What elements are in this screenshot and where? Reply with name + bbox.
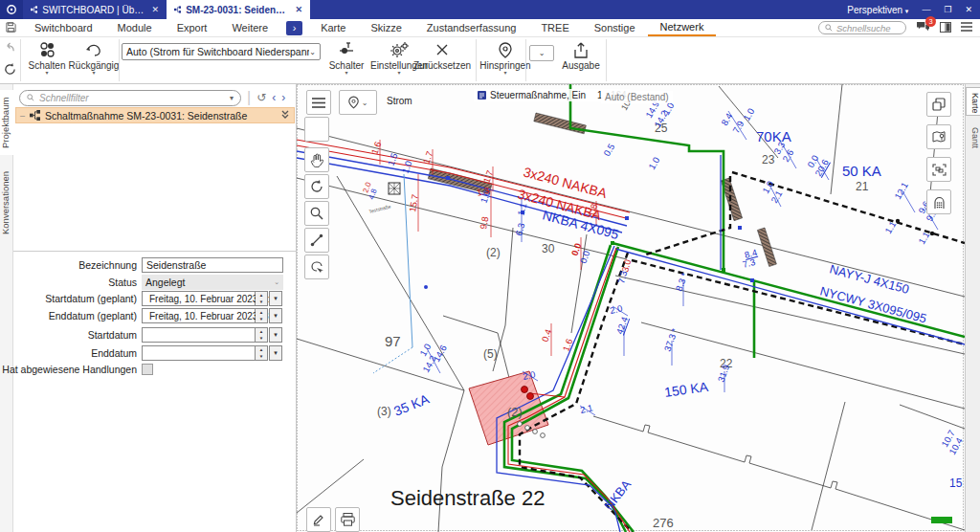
zoom-tool-button[interactable]: [304, 201, 329, 226]
status-combobox[interactable]: Angelegt⌄: [142, 275, 283, 290]
date-value: Freitag, 10. Februar 2023: [143, 294, 257, 304]
nav-forward-icon[interactable]: ›: [281, 91, 285, 104]
ausgabe-button[interactable]: Ausgabe: [559, 39, 603, 82]
save-icon[interactable]: [0, 22, 22, 34]
date-value: Freitag, 10. Februar 2023: [143, 311, 257, 321]
menu-sonstige[interactable]: Sonstige: [582, 19, 648, 36]
export-icon: [573, 39, 589, 60]
map-label: 7.9: [730, 119, 746, 135]
basemap-button[interactable]: [926, 124, 951, 149]
search-placeholder: Schnellsuche: [836, 23, 891, 33]
zuruecksetzen-button[interactable]: Zurücksetzen: [412, 39, 473, 82]
map-label: NKBA: [602, 477, 635, 512]
calendar-dropdown-button[interactable]: ▾: [269, 308, 282, 323]
extent-select-button[interactable]: [926, 157, 951, 182]
map-canvas[interactable]: 3x240 NAKBA3x240 NAKBANKBA 4X095NAYY-J 4…: [297, 84, 965, 532]
calendar-dropdown-button[interactable]: ▾: [269, 345, 282, 361]
map-label: (2): [486, 246, 501, 259]
map-labels: 3x240 NAKBA3x240 NAKBANKBA 4X095NAYY-J 4…: [361, 93, 965, 530]
panel-icon[interactable]: [940, 22, 951, 34]
menu-weitere[interactable]: Weitere: [219, 19, 280, 36]
field-label: Hat abgewiesene Handlungen: [0, 364, 142, 375]
schalten-button[interactable]: Schalten ▾: [25, 39, 69, 82]
map-label: 21: [856, 180, 869, 193]
menu-overflow-button[interactable]: ›: [286, 21, 302, 35]
dropdown-button[interactable]: ⌄: [529, 45, 554, 61]
print-button[interactable]: [335, 507, 360, 532]
time-stepper[interactable]: ▲▼: [256, 327, 268, 343]
search-input[interactable]: Schnellsuche: [818, 21, 906, 34]
map-label: 1.6: [369, 141, 384, 156]
close-tab-icon[interactable]: ✕: [295, 5, 302, 14]
map-label: 150 KA: [663, 379, 709, 400]
bezeichnung-input[interactable]: Seidenstraße: [142, 257, 283, 273]
schalter-button[interactable]: Schalter ▾: [325, 39, 368, 82]
hinspringen-button[interactable]: Hinspringen ▾: [479, 39, 532, 82]
pan-tool-button[interactable]: [304, 147, 329, 172]
enddatum-geplant-input[interactable]: Freitag, 10. Februar 202318:00: [142, 308, 256, 323]
nav-back-icon[interactable]: [4, 40, 16, 57]
sidebar-tab-konversationen[interactable]: Konversationen: [0, 161, 13, 245]
cable-cabinet-symbol[interactable]: [389, 183, 400, 194]
lasso-select-tool-button[interactable]: [304, 255, 329, 279]
double-chevron-down-icon[interactable]: [280, 110, 290, 122]
menu-netzwerk[interactable]: Netzwerk: [648, 19, 717, 36]
network-trace-combobox[interactable]: Auto (Strom für Switchboard Niederspannu…: [122, 43, 321, 60]
menu-switchboard[interactable]: Switchboard: [22, 19, 105, 36]
close-tab-icon[interactable]: ✕: [151, 5, 159, 14]
map-menu-button[interactable]: [306, 90, 331, 115]
menu-karte[interactable]: Karte: [308, 19, 358, 36]
schnellfilter-input[interactable]: Schnellfilter ▾: [19, 90, 241, 106]
right-tab-gantt[interactable]: Gantt: [966, 122, 980, 151]
time-stepper[interactable]: ▲▼: [256, 308, 268, 323]
maximize-button[interactable]: ❐: [944, 5, 951, 14]
sidebar-tab-projektbaum[interactable]: Projektbaum: [0, 90, 13, 155]
rotate-icon: [310, 180, 323, 193]
window-tab-switchboard[interactable]: SWITCHBOARD | Übersichtsrei... ✕: [23, 0, 167, 19]
startdatum-geplant-input[interactable]: Freitag, 10. Februar 202311:00: [142, 291, 256, 306]
spinner-down-icon: ▼: [256, 353, 267, 360]
spinner-down-icon: ▼: [256, 299, 267, 305]
menu-skizze[interactable]: Skizze: [358, 19, 413, 36]
nav-back-icon[interactable]: ‹: [272, 91, 276, 104]
schaltmassnahme-icon: [30, 110, 40, 121]
calendar-dropdown-button[interactable]: ▾: [269, 291, 282, 306]
calendar-dropdown-button[interactable]: ▾: [269, 327, 282, 343]
measure-tool-button[interactable]: [304, 228, 329, 253]
tree-expander-icon[interactable]: –: [20, 111, 25, 121]
right-tab-karte[interactable]: Karte: [966, 87, 980, 116]
edit-sketch-button[interactable]: [306, 507, 331, 532]
blank-tool-button[interactable]: [304, 117, 329, 142]
building-info-button[interactable]: [926, 189, 951, 214]
enddatum-input[interactable]: [142, 345, 256, 361]
perspektiven-menu[interactable]: Perspektiven ▾: [847, 5, 908, 15]
tree-item-schaltmassnahme[interactable]: – Schaltmaßnahme SM-23-0031: Seidenstraß…: [15, 107, 295, 123]
time-stepper[interactable]: ▲▼: [256, 291, 268, 306]
chevron-down-icon[interactable]: ▾: [230, 94, 234, 102]
notifications-button[interactable]: 3: [916, 21, 930, 34]
search-icon: [825, 24, 833, 32]
abgewiesene-handlungen-checkbox[interactable]: [142, 364, 153, 375]
locate-button[interactable]: ⌄: [339, 90, 377, 115]
chevron-down-icon: ▾: [905, 8, 909, 14]
startdatum-input[interactable]: [142, 327, 256, 343]
minimize-button[interactable]: —: [922, 5, 930, 14]
menu-export[interactable]: Export: [165, 19, 220, 36]
window-tab-sm-23-0031[interactable]: SM-23-0031: Seidenstraße | Sc... ✕: [167, 0, 310, 19]
status-text: Steuermaßnahme, Ein: [490, 90, 586, 100]
reset-filter-icon[interactable]: ↺: [256, 91, 266, 104]
layers-button[interactable]: [926, 92, 951, 117]
map-label: 7.3: [742, 256, 757, 270]
rueckgaengig-button[interactable]: Rückgängig ▾: [69, 39, 119, 82]
time-stepper[interactable]: ▲▼: [256, 345, 268, 361]
menu-zustandserfassung[interactable]: Zustandserfassung: [414, 19, 529, 36]
menu-module[interactable]: Module: [105, 19, 165, 36]
map-label: 8.3 *: [674, 271, 690, 292]
rotate-tool-button[interactable]: [304, 174, 329, 199]
refresh-icon[interactable]: [4, 62, 16, 79]
close-window-button[interactable]: ✕: [965, 5, 972, 14]
blue-dim-leaders: [427, 111, 938, 415]
menu-tree[interactable]: TREE: [528, 19, 581, 36]
network-icon: [31, 5, 37, 14]
hamburger-menu-icon[interactable]: [961, 22, 972, 33]
